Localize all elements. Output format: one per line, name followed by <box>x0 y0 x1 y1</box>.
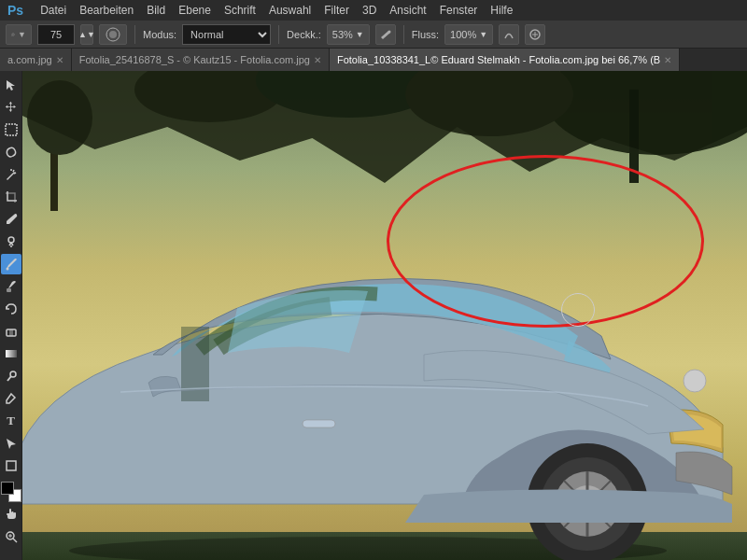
menu-ebene[interactable]: Ebene <box>178 4 211 17</box>
tab-2[interactable]: Fotolia_10338341_L© Eduard Stelmakh - Fo… <box>330 49 680 71</box>
main-area: T <box>0 71 747 560</box>
separator-3 <box>403 25 404 44</box>
tree-svg <box>22 71 747 211</box>
menu-hilfe[interactable]: Hilfe <box>490 4 513 17</box>
svg-rect-12 <box>7 288 11 292</box>
tab-label-1: Fotolia_25416878_S - © Kautz15 - Fotolia… <box>79 54 310 65</box>
left-tool-pen[interactable] <box>1 388 21 409</box>
svg-point-42 <box>684 370 706 392</box>
left-tool-path-select[interactable] <box>1 433 21 454</box>
svg-rect-26 <box>629 90 639 183</box>
svg-line-17 <box>7 376 11 381</box>
left-tool-gradient[interactable] <box>1 343 21 364</box>
left-tool-clone[interactable] <box>1 276 21 297</box>
canvas-area[interactable] <box>22 71 747 560</box>
color-swatches[interactable] <box>1 482 21 502</box>
menu-datei[interactable]: Datei <box>40 4 66 17</box>
menu-bild[interactable]: Bild <box>147 4 165 17</box>
left-toolbar: T <box>0 71 22 560</box>
left-tool-crop[interactable] <box>1 187 21 207</box>
svg-rect-15 <box>6 350 17 357</box>
tab-label-2: Fotolia_10338341_L© Eduard Stelmakh - Fo… <box>337 54 660 65</box>
brush-size-input[interactable]: 75 <box>37 24 75 45</box>
left-tool-marquee[interactable] <box>1 119 21 140</box>
left-tool-brush[interactable] <box>1 254 21 274</box>
left-tool-hand[interactable] <box>1 504 21 525</box>
left-tool-healing[interactable] <box>1 231 21 252</box>
fluss-label: Fluss: <box>412 29 439 40</box>
svg-rect-32 <box>303 420 335 427</box>
svg-point-29 <box>405 71 573 136</box>
brush-size-arrows[interactable]: ▲▼ <box>80 24 93 45</box>
ps-logo: Ps <box>7 3 23 18</box>
left-tool-eyedropper[interactable] <box>1 209 21 230</box>
left-tool-move[interactable] <box>1 97 21 118</box>
left-tool-history-brush[interactable] <box>1 299 21 319</box>
svg-point-3 <box>388 30 390 33</box>
tablet-pressure-button[interactable] <box>499 24 519 45</box>
deckk-value[interactable]: 53% ▼ <box>327 24 370 45</box>
separator-2 <box>278 25 279 44</box>
svg-point-25 <box>545 71 747 155</box>
left-tool-type[interactable]: T <box>1 411 21 431</box>
toolbar-top: ▼ 75 ▲▼ Modus: Normal Multiplizieren Auf… <box>0 21 747 49</box>
svg-rect-5 <box>6 124 17 135</box>
svg-line-8 <box>14 173 16 174</box>
brush-type-button[interactable] <box>99 24 127 45</box>
tab-1[interactable]: Fotolia_25416878_S - © Kautz15 - Fotolia… <box>72 49 330 71</box>
menu-fenster[interactable]: Fenster <box>440 4 478 17</box>
svg-point-2 <box>109 31 117 38</box>
svg-line-7 <box>13 170 14 172</box>
deckk-label: Deckk.: <box>287 29 321 40</box>
modus-label: Modus: <box>143 29 176 40</box>
menu-filter[interactable]: Filter <box>324 4 349 17</box>
airbrush-toggle[interactable] <box>375 24 396 45</box>
menu-bar: Ps Datei Bearbeiten Bild Ebene Schrift A… <box>0 0 747 21</box>
brush-preset-picker[interactable]: ▼ <box>6 24 32 45</box>
svg-point-11 <box>6 268 8 271</box>
modus-select[interactable]: Normal Multiplizieren Aufhellen <box>182 24 271 45</box>
left-tool-magic-wand[interactable] <box>1 164 21 185</box>
tab-close-0[interactable]: ✕ <box>56 55 63 65</box>
left-tool-lasso[interactable] <box>1 142 21 162</box>
clone-source-button[interactable] <box>525 24 545 45</box>
svg-rect-14 <box>9 329 13 336</box>
car-image <box>22 205 741 560</box>
svg-point-24 <box>27 80 92 155</box>
fluss-value[interactable]: 100% ▼ <box>444 24 493 45</box>
tab-label-0: a.com.jpg <box>7 54 52 65</box>
tab-close-1[interactable]: ✕ <box>314 55 321 65</box>
menu-schrift[interactable]: Schrift <box>224 4 256 17</box>
menu-bearbeiten[interactable]: Bearbeiten <box>79 4 134 17</box>
tabs-bar: a.com.jpg ✕ Fotolia_25416878_S - © Kautz… <box>0 49 747 71</box>
left-tool-arrow[interactable] <box>1 75 21 95</box>
menu-3d[interactable]: 3D <box>362 4 376 17</box>
menu-ansicht[interactable]: Ansicht <box>389 4 426 17</box>
tab-close-2[interactable]: ✕ <box>664 55 671 65</box>
left-tool-eraser[interactable] <box>1 321 21 342</box>
left-tool-zoom[interactable] <box>1 526 21 547</box>
svg-line-20 <box>13 539 17 542</box>
svg-rect-18 <box>7 461 16 470</box>
left-tool-dodge[interactable] <box>1 366 21 386</box>
menu-auswahl[interactable]: Auswahl <box>269 4 311 17</box>
left-tool-shape[interactable] <box>1 455 21 476</box>
tab-0[interactable]: a.com.jpg ✕ <box>0 49 72 71</box>
foreground-color-swatch[interactable] <box>1 482 14 495</box>
separator-1 <box>134 25 135 44</box>
